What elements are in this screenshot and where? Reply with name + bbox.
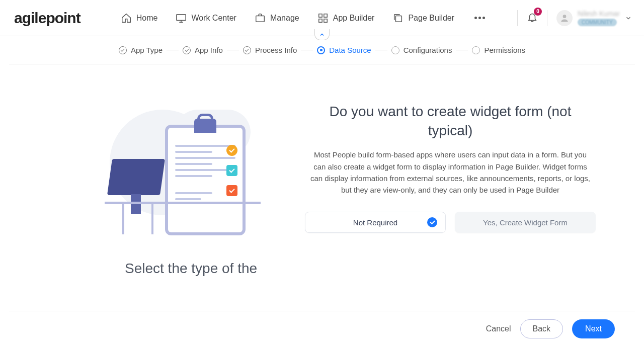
nav-label: Manage bbox=[270, 14, 299, 23]
nav-manage[interactable]: Manage bbox=[255, 13, 299, 24]
cancel-button[interactable]: Cancel bbox=[486, 324, 511, 333]
user-menu[interactable]: Nilesh Kumar COMMUNITY bbox=[556, 10, 632, 26]
briefcase-icon bbox=[255, 13, 266, 24]
option-create-widget-form[interactable]: Yes, Create Widget Form bbox=[455, 212, 596, 233]
check-icon bbox=[243, 46, 251, 54]
step-divider bbox=[227, 50, 239, 50]
secondary-heading: Select the type of the bbox=[9, 261, 635, 297]
collapse-toggle[interactable] bbox=[314, 29, 330, 40]
pending-step-icon bbox=[472, 46, 480, 54]
copy-icon bbox=[392, 13, 404, 24]
user-info: Nilesh Kumar COMMUNITY bbox=[578, 10, 620, 26]
step-divider bbox=[375, 50, 387, 50]
step-label: App Type bbox=[131, 46, 163, 54]
top-bar: agilepoint Home Work Center Manage App B… bbox=[0, 0, 644, 36]
option-label: Not Required bbox=[353, 218, 397, 227]
nav-items: Home Work Center Manage App Builder Page… bbox=[121, 13, 485, 24]
avatar bbox=[556, 10, 573, 26]
nav-pagebuilder[interactable]: Page Builder bbox=[392, 13, 454, 24]
pending-step-icon bbox=[391, 46, 399, 54]
divider bbox=[547, 10, 547, 26]
wizard-steps: App Type App Info Process Info Data Sour… bbox=[9, 36, 635, 64]
svg-rect-5 bbox=[324, 19, 327, 22]
illustration bbox=[105, 95, 266, 240]
svg-rect-0 bbox=[177, 14, 186, 20]
svg-rect-4 bbox=[318, 19, 321, 22]
step-process-info[interactable]: Process Info bbox=[243, 46, 297, 54]
step-label: Configurations bbox=[404, 46, 452, 54]
topbar-right: 0 Nilesh Kumar COMMUNITY bbox=[517, 10, 632, 26]
chevron-up-icon bbox=[319, 32, 325, 38]
back-button[interactable]: Back bbox=[520, 319, 564, 338]
step-divider bbox=[167, 50, 179, 50]
step-app-type[interactable]: App Type bbox=[119, 46, 163, 54]
logo: agilepoint bbox=[14, 10, 80, 27]
step-app-info[interactable]: App Info bbox=[183, 46, 223, 54]
user-name: Nilesh Kumar bbox=[578, 10, 620, 18]
step-label: App Info bbox=[195, 46, 223, 54]
option-row: Not Required Yes, Create Widget Form bbox=[286, 212, 615, 233]
svg-rect-1 bbox=[256, 16, 265, 22]
grid-icon bbox=[317, 13, 329, 24]
divider bbox=[517, 10, 518, 26]
option-not-required[interactable]: Not Required bbox=[305, 212, 446, 233]
svg-rect-3 bbox=[324, 14, 327, 17]
check-icon bbox=[183, 46, 191, 54]
notif-badge: 0 bbox=[534, 8, 542, 16]
nav-label: Work Center bbox=[191, 14, 236, 23]
step-divider bbox=[301, 50, 313, 50]
more-icon[interactable] bbox=[474, 17, 485, 19]
nav-home[interactable]: Home bbox=[121, 13, 158, 24]
nav-label: Home bbox=[136, 14, 158, 23]
user-badge: COMMUNITY bbox=[578, 19, 617, 26]
step-divider bbox=[456, 50, 468, 50]
step-permissions[interactable]: Permissions bbox=[472, 46, 525, 54]
section-description: Most People build form-based apps where … bbox=[309, 149, 591, 196]
step-label: Process Info bbox=[255, 46, 297, 54]
svg-rect-2 bbox=[318, 14, 321, 17]
option-label: Yes, Create Widget Form bbox=[483, 218, 568, 227]
chevron-down-icon bbox=[625, 15, 632, 22]
nav-workcenter[interactable]: Work Center bbox=[176, 13, 236, 24]
svg-point-7 bbox=[563, 15, 567, 18]
selected-check-icon bbox=[427, 217, 437, 227]
next-button[interactable]: Next bbox=[572, 319, 615, 338]
step-label: Permissions bbox=[484, 46, 525, 54]
step-label: Data Source bbox=[329, 46, 371, 54]
home-icon bbox=[121, 13, 132, 24]
step-configurations[interactable]: Configurations bbox=[391, 46, 452, 54]
section-heading: Do you want to create widget form (not t… bbox=[309, 102, 591, 140]
svg-rect-6 bbox=[396, 16, 402, 22]
notifications-button[interactable]: 0 bbox=[527, 12, 538, 25]
monitor-icon bbox=[176, 13, 187, 24]
content-area: Do you want to create widget form (not t… bbox=[9, 64, 635, 311]
nav-label: Page Builder bbox=[408, 14, 454, 23]
step-data-source[interactable]: Data Source bbox=[317, 46, 371, 54]
footer-actions: Cancel Back Next bbox=[9, 311, 635, 346]
check-icon bbox=[119, 46, 127, 54]
nav-appbuilder[interactable]: App Builder bbox=[317, 13, 375, 24]
user-icon bbox=[559, 13, 570, 23]
current-step-icon bbox=[317, 46, 325, 54]
nav-label: App Builder bbox=[333, 14, 375, 23]
